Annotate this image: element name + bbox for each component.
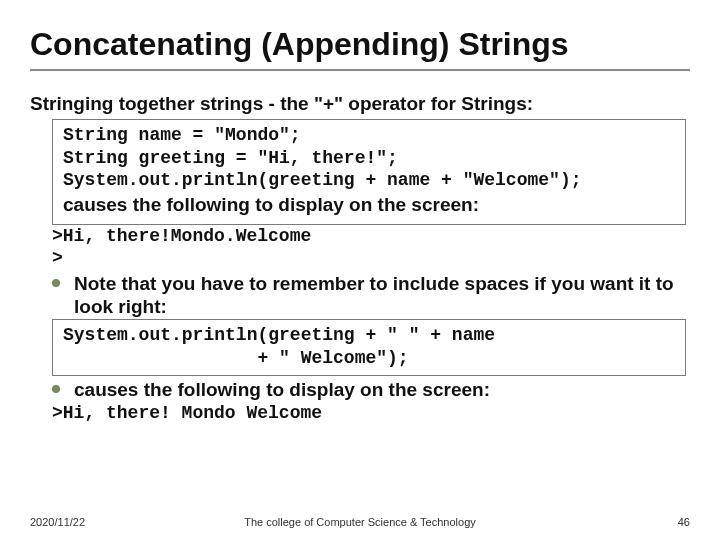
- bullet-item: causes the following to display on the s…: [52, 378, 690, 402]
- output-line: >Hi, there! Mondo Welcome: [52, 402, 690, 425]
- code-block-1: String name = "Mondo"; String greeting =…: [52, 119, 686, 225]
- caption-text: causes the following to display on the s…: [63, 194, 675, 216]
- bullet-item: Note that you have to remember to includ…: [52, 272, 690, 320]
- bullet-icon: [52, 385, 60, 393]
- code-block-2: System.out.println(greeting + " " + name…: [52, 319, 686, 376]
- bullet-text: causes the following to display on the s…: [74, 378, 490, 402]
- code-line: + " Welcome");: [63, 347, 675, 370]
- code-line: System.out.println(greeting + name + "We…: [63, 169, 675, 192]
- output-line: >: [52, 247, 690, 270]
- code-line: String name = "Mondo";: [63, 124, 675, 147]
- bullet-text: Note that you have to remember to includ…: [74, 272, 690, 320]
- code-line: System.out.println(greeting + " " + name: [63, 324, 675, 347]
- slide-footer: 2020/11/22 The college of Computer Scien…: [30, 516, 690, 528]
- footer-center: The college of Computer Science & Techno…: [30, 516, 690, 528]
- section-subtitle: Stringing together strings - the "+" ope…: [30, 93, 690, 115]
- output-line: >Hi, there!Mondo.Welcome: [52, 225, 690, 248]
- slide-title: Concatenating (Appending) Strings: [30, 26, 690, 71]
- bullet-icon: [52, 279, 60, 287]
- code-line: String greeting = "Hi, there!";: [63, 147, 675, 170]
